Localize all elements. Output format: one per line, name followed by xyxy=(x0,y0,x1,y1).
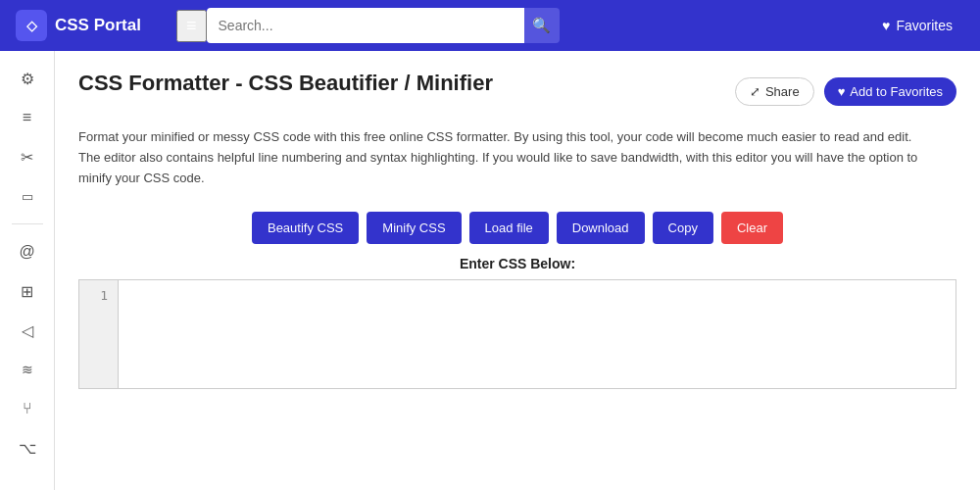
css-code-editor[interactable] xyxy=(119,280,956,388)
sidebar-item-database[interactable]: ▭ xyxy=(8,178,47,214)
copy-button[interactable]: Copy xyxy=(653,212,713,244)
line-numbers: 1 xyxy=(79,280,119,388)
logo-text: CSS Portal xyxy=(55,16,141,35)
load-file-button[interactable]: Load file xyxy=(469,212,549,244)
search-icon: 🔍 xyxy=(532,17,551,34)
settings-icon: ⚙ xyxy=(21,70,34,88)
hamburger-button[interactable]: ≡ xyxy=(176,10,207,42)
page-title-row: CSS Formatter - CSS Beautifier / Minifie… xyxy=(78,71,956,112)
sidebar-item-git[interactable]: ⑂ xyxy=(8,391,47,426)
logo-area: ◇ CSS Portal xyxy=(16,10,172,41)
add-favorites-heart-icon: ♥ xyxy=(838,84,846,99)
sidebar-item-arrow[interactable]: ◁ xyxy=(8,313,47,348)
sidebar-item-settings[interactable]: ⚙ xyxy=(8,61,47,96)
at-sign-icon: @ xyxy=(19,243,34,261)
branch-icon: ⌥ xyxy=(19,439,36,458)
sidebar-item-tools[interactable]: ✂ xyxy=(8,139,47,174)
grid-icon: ⊞ xyxy=(21,282,33,301)
header: ◇ CSS Portal ≡ 🔍 ♥ Favorites xyxy=(0,0,980,51)
page-title: CSS Formatter - CSS Beautifier / Minifie… xyxy=(78,71,493,96)
search-button[interactable]: 🔍 xyxy=(524,8,560,43)
beautify-css-button[interactable]: Beautify CSS xyxy=(252,212,359,244)
editor-label: Enter CSS Below: xyxy=(78,256,956,271)
search-area: 🔍 xyxy=(207,8,560,43)
line-number-1: 1 xyxy=(89,288,108,303)
content-area: CSS Formatter - CSS Beautifier / Minifie… xyxy=(55,51,980,490)
sidebar-item-list[interactable]: ≡ xyxy=(8,100,47,135)
header-right: ♥ Favorites xyxy=(870,12,964,39)
scissors-icon: ✂ xyxy=(21,148,33,167)
sidebar-item-css3[interactable]: ≋ xyxy=(8,352,47,387)
top-action-buttons: ⤢ Share ♥ Add to Favorites xyxy=(735,77,956,106)
share-label: Share xyxy=(765,84,800,99)
database-icon: ▭ xyxy=(22,189,33,204)
main-layout: ⚙ ≡ ✂ ▭ @ ⊞ ◁ ≋ ⑂ ⌥ CSS F xyxy=(0,51,980,490)
add-favorites-label: Add to Favorites xyxy=(850,84,943,99)
arrow-left-icon: ◁ xyxy=(22,321,33,340)
sidebar: ⚙ ≡ ✂ ▭ @ ⊞ ◁ ≋ ⑂ ⌥ xyxy=(0,51,55,490)
list-icon: ≡ xyxy=(23,109,31,126)
search-input[interactable] xyxy=(207,8,524,43)
favorites-heart-icon: ♥ xyxy=(882,18,890,33)
sidebar-item-at[interactable]: @ xyxy=(8,234,47,270)
minify-css-button[interactable]: Minify CSS xyxy=(367,212,461,244)
logo-icon: ◇ xyxy=(16,10,47,41)
sidebar-item-branch[interactable]: ⌥ xyxy=(8,430,47,466)
editor-area: 1 xyxy=(78,279,956,389)
favorites-label: Favorites xyxy=(896,18,953,33)
description-text: Format your minified or messy CSS code w… xyxy=(78,127,921,188)
download-button[interactable]: Download xyxy=(557,212,645,244)
favorites-button[interactable]: ♥ Favorites xyxy=(870,12,964,39)
sidebar-divider-1 xyxy=(12,223,43,224)
sidebar-item-grid[interactable]: ⊞ xyxy=(8,273,47,309)
share-button[interactable]: ⤢ Share xyxy=(735,77,814,106)
git-icon: ⑂ xyxy=(23,400,32,417)
clear-button[interactable]: Clear xyxy=(721,212,783,244)
share-icon: ⤢ xyxy=(750,84,760,99)
css3-icon: ≋ xyxy=(22,362,33,377)
add-to-favorites-button[interactable]: ♥ Add to Favorites xyxy=(824,77,956,106)
action-buttons-row: Beautify CSS Minify CSS Load file Downlo… xyxy=(78,212,956,244)
